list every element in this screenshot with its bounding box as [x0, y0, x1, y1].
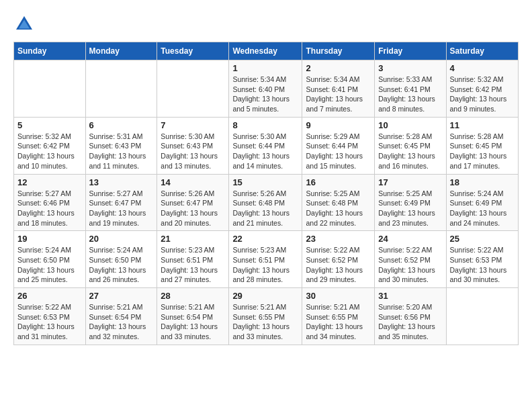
calendar-cell: 24Sunrise: 5:22 AM Sunset: 6:52 PM Dayli… — [375, 231, 446, 288]
day-number: 12 — [17, 177, 82, 187]
day-number: 27 — [89, 291, 154, 301]
day-number: 8 — [232, 120, 298, 130]
calendar-cell — [14, 60, 86, 118]
calendar-cell — [157, 60, 229, 118]
calendar-cell: 25Sunrise: 5:22 AM Sunset: 6:53 PM Dayli… — [446, 231, 519, 288]
column-header-friday: Friday — [375, 42, 446, 60]
calendar-cell: 10Sunrise: 5:28 AM Sunset: 6:45 PM Dayli… — [375, 117, 446, 174]
day-number: 31 — [378, 291, 442, 301]
day-info: Sunrise: 5:20 AM Sunset: 6:56 PM Dayligh… — [378, 302, 442, 342]
day-number: 17 — [378, 177, 442, 187]
day-info: Sunrise: 5:28 AM Sunset: 6:45 PM Dayligh… — [450, 132, 515, 171]
day-number: 6 — [89, 120, 154, 130]
calendar-cell: 23Sunrise: 5:22 AM Sunset: 6:52 PM Dayli… — [302, 231, 375, 288]
calendar-cell: 15Sunrise: 5:26 AM Sunset: 6:48 PM Dayli… — [229, 174, 302, 231]
day-number: 4 — [450, 63, 515, 73]
calendar-cell: 28Sunrise: 5:21 AM Sunset: 6:54 PM Dayli… — [157, 288, 229, 345]
day-info: Sunrise: 5:27 AM Sunset: 6:46 PM Dayligh… — [17, 189, 82, 228]
day-info: Sunrise: 5:33 AM Sunset: 6:41 PM Dayligh… — [378, 75, 442, 114]
calendar-cell: 8Sunrise: 5:30 AM Sunset: 6:44 PM Daylig… — [229, 117, 302, 174]
day-info: Sunrise: 5:26 AM Sunset: 6:47 PM Dayligh… — [161, 189, 225, 228]
day-number: 14 — [161, 177, 225, 187]
day-number: 26 — [17, 291, 82, 301]
day-info: Sunrise: 5:22 AM Sunset: 6:53 PM Dayligh… — [17, 302, 82, 342]
calendar-week-row: 26Sunrise: 5:22 AM Sunset: 6:53 PM Dayli… — [14, 288, 519, 345]
day-info: Sunrise: 5:29 AM Sunset: 6:44 PM Dayligh… — [306, 132, 371, 171]
day-number: 2 — [306, 63, 371, 73]
logo — [13, 13, 39, 35]
day-number: 29 — [232, 291, 298, 301]
calendar-cell: 9Sunrise: 5:29 AM Sunset: 6:44 PM Daylig… — [302, 117, 375, 174]
day-info: Sunrise: 5:27 AM Sunset: 6:47 PM Dayligh… — [89, 189, 154, 228]
calendar-cell: 14Sunrise: 5:26 AM Sunset: 6:47 PM Dayli… — [157, 174, 229, 231]
calendar-cell: 30Sunrise: 5:21 AM Sunset: 6:55 PM Dayli… — [302, 288, 375, 345]
day-number: 7 — [161, 120, 225, 130]
calendar-cell: 6Sunrise: 5:31 AM Sunset: 6:43 PM Daylig… — [85, 117, 157, 174]
calendar-cell: 7Sunrise: 5:30 AM Sunset: 6:43 PM Daylig… — [157, 117, 229, 174]
day-number: 18 — [450, 177, 515, 187]
calendar-cell: 20Sunrise: 5:24 AM Sunset: 6:50 PM Dayli… — [85, 231, 157, 288]
calendar-cell — [85, 60, 157, 118]
day-info: Sunrise: 5:22 AM Sunset: 6:53 PM Dayligh… — [450, 245, 515, 285]
calendar-cell: 21Sunrise: 5:23 AM Sunset: 6:51 PM Dayli… — [157, 231, 229, 288]
day-info: Sunrise: 5:21 AM Sunset: 6:54 PM Dayligh… — [161, 302, 225, 342]
calendar-header-row: SundayMondayTuesdayWednesdayThursdayFrid… — [14, 42, 519, 60]
day-number: 15 — [232, 177, 298, 187]
day-number: 13 — [89, 177, 154, 187]
column-header-monday: Monday — [85, 42, 157, 60]
page-header — [13, 13, 519, 35]
day-info: Sunrise: 5:28 AM Sunset: 6:45 PM Dayligh… — [378, 132, 442, 171]
day-info: Sunrise: 5:22 AM Sunset: 6:52 PM Dayligh… — [306, 245, 371, 285]
day-info: Sunrise: 5:31 AM Sunset: 6:43 PM Dayligh… — [89, 132, 154, 171]
day-info: Sunrise: 5:34 AM Sunset: 6:41 PM Dayligh… — [306, 75, 371, 114]
column-header-wednesday: Wednesday — [229, 42, 302, 60]
calendar-cell: 27Sunrise: 5:21 AM Sunset: 6:54 PM Dayli… — [85, 288, 157, 345]
day-info: Sunrise: 5:30 AM Sunset: 6:43 PM Dayligh… — [161, 132, 225, 171]
day-info: Sunrise: 5:25 AM Sunset: 6:49 PM Dayligh… — [378, 189, 442, 228]
day-info: Sunrise: 5:23 AM Sunset: 6:51 PM Dayligh… — [232, 245, 298, 285]
calendar-week-row: 19Sunrise: 5:24 AM Sunset: 6:50 PM Dayli… — [14, 231, 519, 288]
day-number: 21 — [161, 234, 225, 244]
calendar-cell: 18Sunrise: 5:24 AM Sunset: 6:49 PM Dayli… — [446, 174, 519, 231]
day-number: 16 — [306, 177, 371, 187]
day-info: Sunrise: 5:30 AM Sunset: 6:44 PM Dayligh… — [232, 132, 298, 171]
calendar-week-row: 5Sunrise: 5:32 AM Sunset: 6:42 PM Daylig… — [14, 117, 519, 174]
calendar-cell: 29Sunrise: 5:21 AM Sunset: 6:55 PM Dayli… — [229, 288, 302, 345]
column-header-saturday: Saturday — [446, 42, 519, 60]
calendar-cell: 22Sunrise: 5:23 AM Sunset: 6:51 PM Dayli… — [229, 231, 302, 288]
calendar-cell: 17Sunrise: 5:25 AM Sunset: 6:49 PM Dayli… — [375, 174, 446, 231]
calendar-table: SundayMondayTuesdayWednesdayThursdayFrid… — [13, 42, 519, 345]
calendar-cell: 16Sunrise: 5:25 AM Sunset: 6:48 PM Dayli… — [302, 174, 375, 231]
day-info: Sunrise: 5:21 AM Sunset: 6:55 PM Dayligh… — [232, 302, 298, 342]
calendar-week-row: 1Sunrise: 5:34 AM Sunset: 6:40 PM Daylig… — [14, 60, 519, 118]
day-number: 9 — [306, 120, 371, 130]
logo-icon — [13, 13, 35, 35]
day-number: 5 — [17, 120, 82, 130]
column-header-sunday: Sunday — [14, 42, 86, 60]
day-info: Sunrise: 5:32 AM Sunset: 6:42 PM Dayligh… — [17, 132, 82, 171]
calendar-cell: 4Sunrise: 5:32 AM Sunset: 6:42 PM Daylig… — [446, 60, 519, 118]
day-info: Sunrise: 5:26 AM Sunset: 6:48 PM Dayligh… — [232, 189, 298, 228]
day-number: 25 — [450, 234, 515, 244]
day-number: 24 — [378, 234, 442, 244]
calendar-cell: 13Sunrise: 5:27 AM Sunset: 6:47 PM Dayli… — [85, 174, 157, 231]
day-info: Sunrise: 5:24 AM Sunset: 6:50 PM Dayligh… — [17, 245, 82, 285]
day-info: Sunrise: 5:21 AM Sunset: 6:55 PM Dayligh… — [306, 302, 371, 342]
calendar-cell: 11Sunrise: 5:28 AM Sunset: 6:45 PM Dayli… — [446, 117, 519, 174]
day-info: Sunrise: 5:32 AM Sunset: 6:42 PM Dayligh… — [450, 75, 515, 114]
day-number: 10 — [378, 120, 442, 130]
day-number: 1 — [232, 63, 298, 73]
calendar-cell: 19Sunrise: 5:24 AM Sunset: 6:50 PM Dayli… — [14, 231, 86, 288]
calendar-cell: 2Sunrise: 5:34 AM Sunset: 6:41 PM Daylig… — [302, 60, 375, 118]
column-header-thursday: Thursday — [302, 42, 375, 60]
day-number: 3 — [378, 63, 442, 73]
day-number: 19 — [17, 234, 82, 244]
calendar-cell: 1Sunrise: 5:34 AM Sunset: 6:40 PM Daylig… — [229, 60, 302, 118]
day-number: 23 — [306, 234, 371, 244]
day-number: 28 — [161, 291, 225, 301]
calendar-cell: 3Sunrise: 5:33 AM Sunset: 6:41 PM Daylig… — [375, 60, 446, 118]
day-info: Sunrise: 5:21 AM Sunset: 6:54 PM Dayligh… — [89, 302, 154, 342]
day-number: 11 — [450, 120, 515, 130]
calendar-cell: 5Sunrise: 5:32 AM Sunset: 6:42 PM Daylig… — [14, 117, 86, 174]
day-number: 20 — [89, 234, 154, 244]
